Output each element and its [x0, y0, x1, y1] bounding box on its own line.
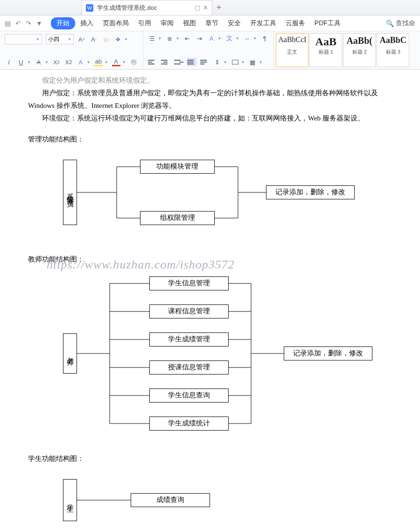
text-effects-icon[interactable]: A [77, 58, 85, 66]
grade-stats-box: 学生成绩统计 [149, 417, 229, 431]
borders-icon[interactable]: ▦ [248, 58, 257, 66]
styles-gallery: AaBbCcDd 正文 AaB 标题 1 AaBb( 标题 2 AaBbC 标题… [274, 31, 411, 69]
align-center-icon[interactable] [161, 58, 170, 66]
tab-window-icon[interactable]: ▢ [195, 4, 200, 11]
highlight-icon[interactable]: ab [94, 58, 103, 66]
dir-icon[interactable]: ↔ [243, 34, 251, 42]
style-preview: AaB [312, 35, 340, 48]
document-page: 假定分为用户假定和系统环境假定。 用户假定：系统管理员及普通用户假定，即假定为具… [0, 70, 420, 530]
style-normal[interactable]: AaBbCcDd 正文 [276, 33, 308, 67]
group-perm-box: 组权限管理 [140, 211, 215, 225]
tab-view[interactable]: 视图 [179, 17, 200, 29]
ribbon: ▼ 小四▼ A+ A- ◇ ❖▼ I U▼ A▼ X2 X2 A▼ ab▼ A▼… [0, 31, 420, 70]
sort-icon[interactable]: A [207, 34, 216, 42]
style-preview: AaBbCcDd [278, 35, 306, 48]
student-box: 学生 [63, 479, 77, 521]
menu-bar: ▤ ↶ ↷ ▼ 开始 插入 页面布局 引用 审阅 视图 章节 安全 开发工具 云… [0, 15, 420, 31]
superscript-button[interactable]: X2 [52, 58, 61, 66]
qat-dropdown-icon[interactable]: ▼ [36, 20, 42, 27]
strike-button[interactable]: A [35, 58, 43, 66]
save-icon[interactable]: ▤ [5, 20, 11, 27]
tab-cloud[interactable]: 云服务 [281, 17, 309, 29]
font-size-value: 小四 [48, 35, 59, 43]
numbering-icon[interactable]: ≣ [166, 34, 174, 42]
redo-icon[interactable]: ↷ [26, 20, 31, 27]
tab-ref[interactable]: 引用 [134, 17, 155, 29]
student-info-box: 学生信息管理 [149, 276, 229, 290]
font-color-icon[interactable]: A [112, 58, 120, 66]
style-preview: AaBb( [345, 35, 373, 48]
tab-insert[interactable]: 插入 [76, 17, 98, 29]
line-spacing-icon[interactable]: ⇕ [213, 58, 222, 66]
tab-review[interactable]: 审阅 [156, 17, 178, 29]
section-heading: 学生功能结构图： [28, 452, 392, 465]
style-name: 标题 2 [345, 49, 373, 56]
grow-font-icon[interactable]: A+ [77, 35, 86, 43]
style-heading2[interactable]: AaBb( 标题 2 [343, 33, 376, 67]
clear-format-icon[interactable]: ◇ [102, 35, 110, 43]
teach-info-box: 授课信息管理 [149, 360, 229, 375]
style-preview: AaBbC [379, 35, 407, 48]
font-family-select[interactable]: ▼ [5, 34, 42, 44]
crud-box: 记录添加，删除，修改 [266, 185, 355, 199]
grade-query-box: 成绩查询 [131, 493, 210, 507]
section-heading: 管理功能结构图： [28, 133, 392, 146]
teacher-diagram: 老师 学生信息管理 课程信息管理 学生成绩管理 授课信息管理 学生信息查询 学生… [28, 275, 392, 434]
document-tab[interactable]: W 学生成绩管理系统.doc ▢ ✕ [82, 0, 212, 15]
asian-layout-icon[interactable]: 文 [225, 34, 233, 42]
paragraph: 用户假定：系统管理员及普通用户假定，即假定为具有一定的计算机操作基础，能熟练使用… [28, 87, 392, 112]
student-query-box: 学生信息查询 [149, 389, 229, 403]
change-case-icon[interactable]: ❖ [114, 35, 122, 43]
search-icon: 🔍 [386, 20, 394, 27]
bullets-icon[interactable]: ☰ [148, 34, 156, 42]
style-heading3[interactable]: AaBbC 标题 3 [377, 33, 409, 67]
title-tab-bar: W 学生成绩管理系统.doc ▢ ✕ + [0, 0, 420, 15]
align-left-icon[interactable] [148, 58, 157, 66]
tab-start[interactable]: 开始 [51, 17, 75, 29]
tab-pdf[interactable]: PDF工具 [310, 17, 345, 29]
course-info-box: 课程信息管理 [149, 304, 229, 318]
enclose-icon[interactable]: ㊞ [130, 58, 138, 66]
show-marks-icon[interactable]: ¶ [260, 34, 269, 42]
tab-section[interactable]: 章节 [201, 17, 223, 29]
admin-box: 系统管理员 [63, 160, 77, 225]
italic-button[interactable]: I [5, 58, 13, 66]
align-justify-icon[interactable] [187, 58, 196, 66]
underline-button[interactable]: U [17, 58, 25, 66]
crud-box: 记录添加，删除，修改 [284, 346, 372, 360]
search-label: 查找命 [396, 19, 415, 28]
shading-icon[interactable] [231, 58, 239, 66]
paragraph: 环境假定：系统运行环境假定为可建行万维网信息平台的搭建，如：互联网网络接入，We… [28, 112, 392, 125]
undo-icon[interactable]: ↶ [15, 20, 21, 27]
outdent-icon[interactable]: ⇤ [183, 34, 191, 42]
style-name: 标题 1 [312, 49, 340, 56]
func-module-box: 功能模块管理 [140, 160, 215, 174]
tab-layout[interactable]: 页面布局 [98, 17, 133, 29]
font-size-select[interactable]: 小四▼ [46, 34, 74, 44]
indent-icon[interactable]: ⇥ [195, 34, 203, 42]
subscript-button[interactable]: X2 [64, 58, 73, 66]
align-distribute-icon[interactable] [200, 58, 210, 66]
style-name: 正文 [278, 49, 306, 56]
teacher-box: 老师 [63, 333, 77, 374]
admin-diagram: 系统管理员 功能模块管理 组权限管理 记录添加，删除，修改 [28, 155, 392, 234]
grade-mgmt-box: 学生成绩管理 [149, 332, 229, 346]
tab-dev[interactable]: 开发工具 [246, 17, 280, 29]
tab-close-icon[interactable]: ✕ [203, 4, 208, 11]
style-name: 标题 3 [379, 49, 407, 56]
student-diagram: 学生 成绩查询 [28, 474, 392, 530]
style-heading1[interactable]: AaB 标题 1 [309, 33, 342, 67]
truncated-line: 假定分为用户假定和系统环境假定。 [28, 74, 392, 87]
tab-title: 学生成绩管理系统.doc [97, 4, 191, 12]
search-button[interactable]: 🔍 查找命 [386, 19, 415, 28]
align-right-icon[interactable] [174, 58, 183, 66]
watermark: https://www.huzhan.com/ishop3572 [47, 254, 235, 276]
shrink-font-icon[interactable]: A- [90, 35, 98, 43]
doc-icon: W [86, 4, 93, 12]
tab-security[interactable]: 安全 [224, 17, 245, 29]
new-tab-button[interactable]: + [212, 0, 225, 15]
